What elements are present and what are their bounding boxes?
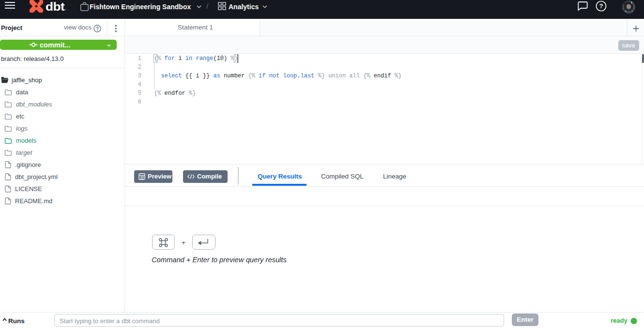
svg-text:?: ?: [96, 26, 99, 31]
svg-text:?: ?: [599, 2, 603, 10]
